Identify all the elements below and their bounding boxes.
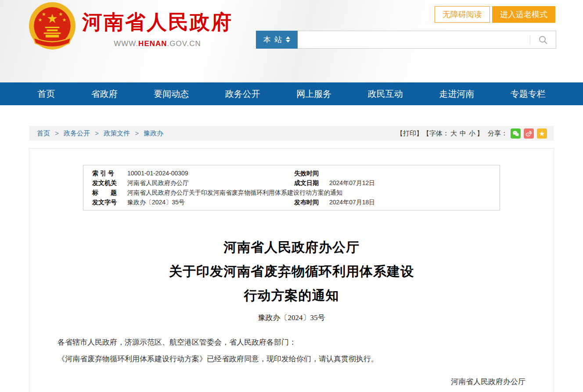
document-signature: 河南省人民政府办公厅 2024年7月12日 <box>29 374 554 392</box>
breadcrumb-separator: > <box>95 129 99 137</box>
document-body: 各省辖市人民政府，济源示范区、航空港区管委会，省人民政府各部门： 《河南省废弃物… <box>29 334 554 367</box>
meta-label-doc-number: 发文字号 <box>83 197 127 207</box>
header-quick-buttons: 无障碍阅读 进入适老模式 <box>435 6 555 23</box>
breadcrumb-gov-affairs[interactable]: 政务公开 <box>64 129 90 137</box>
svg-text:★: ★ <box>38 17 43 22</box>
meta-row-index: 索 引 号 10001-01-2024-00309 失效时间 <box>83 168 500 178</box>
meta-label-publish-date: 发布时间 <box>294 197 329 207</box>
meta-value-issuing-agency: 河南省人民政府办公厅 <box>127 178 294 188</box>
meta-value-publish-date: 2024年07月18日 <box>329 197 500 207</box>
nav-item-public-interaction[interactable]: 政民互动 <box>363 82 407 105</box>
accessibility-button[interactable]: 无障碍阅读 <box>435 6 490 23</box>
nav-item-discover-henan[interactable]: 走进河南 <box>435 82 479 105</box>
search-scope-select[interactable]: 本 站 <box>256 31 298 49</box>
nav-item-news[interactable]: 要闻动态 <box>149 82 193 105</box>
doc-meta-table: 索 引 号 10001-01-2024-00309 失效时间 发文机关 河南省人… <box>83 168 500 207</box>
signature-org: 河南省人民政府办公厅 <box>451 374 525 390</box>
document-paragraph: 各省辖市人民政府，济源示范区、航空港区管委会，省人民政府各部门： <box>43 334 540 351</box>
wechat-share-button[interactable] <box>511 128 521 139</box>
meta-label-index-number: 索 引 号 <box>83 168 127 178</box>
search-button[interactable] <box>530 31 556 48</box>
document-paragraph: 《河南省废弃物循环利用体系建设行动方案》已经省政府同意，现印发给你们，请认真贯彻… <box>43 351 540 367</box>
signature-date: 2024年7月12日 <box>451 390 525 392</box>
search-icon <box>538 35 548 45</box>
nav-item-provincial-government[interactable]: 省政府 <box>87 82 122 105</box>
wechat-icon <box>512 130 519 137</box>
document-title-line: 行动方案的通知 <box>29 283 554 307</box>
meta-row-doc-number: 发文字号 豫政办〔2024〕35号 发布时间 2024年07月18日 <box>83 197 500 207</box>
site-url-suffix: .GOV.CN <box>167 39 201 48</box>
national-emblem-logo: ★ ★ ★ ★ ★ <box>28 2 77 52</box>
star-icon: ★ <box>539 130 545 137</box>
svg-text:★: ★ <box>42 11 46 17</box>
site-header: ★ ★ ★ ★ ★ 河南省人民政府 WWW.HENAN.GOV.CN 无障碍阅读… <box>0 0 583 82</box>
meta-row-agency: 发文机关 河南省人民政府办公厅 成文日期 2024年07月12日 <box>83 178 500 188</box>
meta-label-expiry-date: 失效时间 <box>294 168 329 178</box>
breadcrumb: 首页 > 政务公开 > 政策文件 > 豫政办 <box>37 129 163 138</box>
site-url: WWW.HENAN.GOV.CN <box>82 39 233 48</box>
svg-text:★: ★ <box>58 11 63 17</box>
font-size-small[interactable]: 小 <box>469 129 475 137</box>
page: ★ ★ ★ ★ ★ 河南省人民政府 WWW.HENAN.GOV.CN 无障碍阅读… <box>0 0 583 392</box>
breadcrumb-separator: > <box>55 129 59 137</box>
search-bar: 本 站 <box>256 31 556 49</box>
nav-item-special-topics[interactable]: 专题专栏 <box>506 82 550 105</box>
font-label-suffix: 】 <box>477 129 483 137</box>
document-number: 豫政办〔2024〕35号 <box>29 313 554 323</box>
site-url-prefix: WWW. <box>114 39 138 48</box>
meta-value-index-number: 10001-01-2024-00309 <box>127 168 294 178</box>
breadcrumb-policy-files[interactable]: 政策文件 <box>104 129 130 137</box>
nav-item-gov-affairs-disclosure[interactable]: 政务公开 <box>221 82 265 105</box>
elder-mode-button[interactable]: 进入适老模式 <box>492 6 555 23</box>
font-size-control: 【字体：大中小】 <box>423 129 483 138</box>
main-nav: 首页 省政府 要闻动态 政务公开 网上服务 政民互动 走进河南 专题专栏 <box>0 82 583 105</box>
search-input[interactable] <box>298 31 530 48</box>
font-size-large[interactable]: 大 <box>450 129 457 137</box>
weibo-share-button[interactable] <box>524 128 534 139</box>
nav-item-home[interactable]: 首页 <box>33 82 59 105</box>
meta-label-title: 标 题 <box>83 188 127 197</box>
document-card: 索 引 号 10001-01-2024-00309 失效时间 发文机关 河南省人… <box>29 148 554 392</box>
meta-label-date-written: 成文日期 <box>294 178 329 188</box>
brand[interactable]: ★ ★ ★ ★ ★ 河南省人民政府 WWW.HENAN.GOV.CN <box>28 2 233 52</box>
font-size-medium[interactable]: 中 <box>460 129 466 137</box>
meta-value-expiry-date <box>329 168 500 178</box>
doc-meta-box: 索 引 号 10001-01-2024-00309 失效时间 发文机关 河南省人… <box>83 165 500 210</box>
document-title-line: 关于印发河南省废弃物循环利用体系建设 <box>29 259 554 283</box>
breadcrumb-bar: 首页 > 政务公开 > 政策文件 > 豫政办 【打印】 【字体：大中小】 分享： <box>29 126 554 141</box>
meta-value-title: 河南省人民政府办公厅关于印发河南省废弃物循环利用体系建设行动方案的通知 <box>127 188 500 197</box>
brand-text: 河南省人民政府 WWW.HENAN.GOV.CN <box>82 2 233 48</box>
print-button[interactable]: 【打印】 <box>396 129 423 138</box>
nav-item-online-services[interactable]: 网上服务 <box>292 82 336 105</box>
breadcrumb-yuzhengban[interactable]: 豫政办 <box>144 129 163 137</box>
svg-text:★: ★ <box>47 11 58 25</box>
favorite-share-button[interactable]: ★ <box>537 128 547 139</box>
meta-value-doc-number: 豫政办〔2024〕35号 <box>127 197 294 207</box>
svg-text:★: ★ <box>62 17 66 22</box>
page-tools: 【打印】 【字体：大中小】 分享： <box>395 128 547 139</box>
meta-row-title: 标 题 河南省人民政府办公厅关于印发河南省废弃物循环利用体系建设行动方案的通知 <box>83 188 500 197</box>
breadcrumb-separator: > <box>135 129 139 137</box>
chevron-updown-icon <box>286 36 290 43</box>
site-title: 河南省人民政府 <box>82 9 233 36</box>
meta-value-date-written: 2024年07月12日 <box>329 178 500 188</box>
document-title: 河南省人民政府办公厅 关于印发河南省废弃物循环利用体系建设 行动方案的通知 <box>29 235 554 307</box>
breadcrumb-home[interactable]: 首页 <box>37 129 50 137</box>
document-title-line: 河南省人民政府办公厅 <box>29 235 554 259</box>
meta-label-issuing-agency: 发文机关 <box>83 178 127 188</box>
site-url-highlight: HENAN <box>138 39 167 48</box>
search-scope-label: 本 站 <box>263 35 283 45</box>
font-label-prefix: 【字体： <box>423 129 449 137</box>
share-label: 分享： <box>488 129 507 138</box>
weibo-icon <box>525 130 533 137</box>
